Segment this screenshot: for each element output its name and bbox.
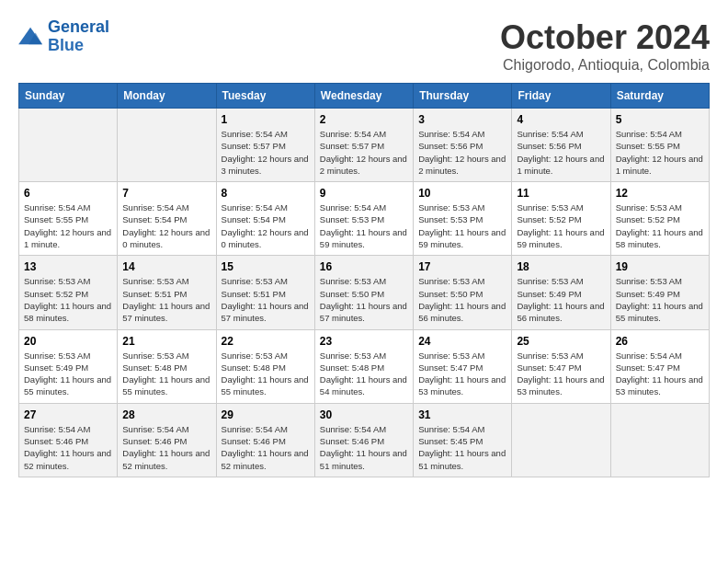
week-row-5: 27Sunrise: 5:54 AMSunset: 5:46 PMDayligh… — [19, 403, 710, 477]
calendar-cell: 4Sunrise: 5:54 AMSunset: 5:56 PMDaylight… — [512, 109, 610, 182]
day-info: Sunrise: 5:53 AMSunset: 5:48 PMDaylight:… — [122, 350, 210, 398]
day-number: 17 — [418, 260, 506, 273]
day-info: Sunrise: 5:54 AMSunset: 5:57 PMDaylight:… — [320, 128, 408, 177]
day-number: 11 — [517, 187, 605, 200]
day-info: Sunrise: 5:54 AMSunset: 5:57 PMDaylight:… — [222, 128, 310, 177]
day-info: Sunrise: 5:53 AMSunset: 5:49 PMDaylight:… — [616, 275, 704, 324]
day-number: 6 — [24, 187, 112, 200]
day-info: Sunrise: 5:54 AMSunset: 5:55 PMDaylight:… — [616, 128, 704, 177]
day-number: 14 — [122, 260, 210, 273]
day-info: Sunrise: 5:54 AMSunset: 5:53 PMDaylight:… — [320, 201, 408, 250]
calendar-cell: 28Sunrise: 5:54 AMSunset: 5:46 PMDayligh… — [118, 403, 216, 477]
calendar-cell — [118, 109, 216, 182]
day-info: Sunrise: 5:53 AMSunset: 5:49 PMDaylight:… — [517, 275, 605, 324]
day-info: Sunrise: 5:54 AMSunset: 5:55 PMDaylight:… — [24, 201, 112, 250]
day-info: Sunrise: 5:54 AMSunset: 5:54 PMDaylight:… — [122, 201, 210, 250]
header-cell-tuesday: Tuesday — [216, 84, 314, 109]
header-cell-friday: Friday — [512, 84, 610, 109]
week-row-2: 6Sunrise: 5:54 AMSunset: 5:55 PMDaylight… — [19, 182, 710, 256]
calendar-table: SundayMondayTuesdayWednesdayThursdayFrid… — [18, 83, 710, 477]
day-info: Sunrise: 5:53 AMSunset: 5:53 PMDaylight:… — [418, 201, 506, 250]
day-info: Sunrise: 5:53 AMSunset: 5:52 PMDaylight:… — [24, 275, 112, 324]
calendar-header: SundayMondayTuesdayWednesdayThursdayFrid… — [19, 84, 710, 109]
day-number: 18 — [517, 260, 605, 273]
calendar-body: 1Sunrise: 5:54 AMSunset: 5:57 PMDaylight… — [19, 109, 710, 477]
day-number: 15 — [222, 260, 310, 273]
calendar-cell: 2Sunrise: 5:54 AMSunset: 5:57 PMDaylight… — [314, 109, 413, 182]
day-info: Sunrise: 5:54 AMSunset: 5:45 PMDaylight:… — [418, 423, 506, 472]
calendar-cell: 31Sunrise: 5:54 AMSunset: 5:45 PMDayligh… — [414, 403, 512, 477]
day-number: 26 — [616, 335, 704, 348]
calendar-cell: 8Sunrise: 5:54 AMSunset: 5:54 PMDaylight… — [216, 182, 314, 256]
week-row-1: 1Sunrise: 5:54 AMSunset: 5:57 PMDaylight… — [19, 109, 710, 182]
day-info: Sunrise: 5:53 AMSunset: 5:51 PMDaylight:… — [122, 275, 210, 324]
header-row: SundayMondayTuesdayWednesdayThursdayFrid… — [19, 84, 710, 109]
day-number: 5 — [616, 113, 704, 126]
day-info: Sunrise: 5:54 AMSunset: 5:56 PMDaylight:… — [517, 128, 605, 177]
logo: General Blue — [18, 18, 109, 55]
logo-icon — [18, 26, 44, 48]
calendar-cell: 30Sunrise: 5:54 AMSunset: 5:46 PMDayligh… — [314, 403, 413, 477]
day-number: 31 — [418, 408, 506, 421]
header-cell-thursday: Thursday — [414, 84, 512, 109]
calendar-cell: 24Sunrise: 5:53 AMSunset: 5:47 PMDayligh… — [414, 329, 512, 403]
day-number: 27 — [24, 408, 112, 421]
day-number: 30 — [320, 408, 408, 421]
day-number: 20 — [24, 335, 112, 348]
day-number: 16 — [320, 260, 408, 273]
calendar-cell: 16Sunrise: 5:53 AMSunset: 5:50 PMDayligh… — [314, 256, 413, 329]
week-row-4: 20Sunrise: 5:53 AMSunset: 5:49 PMDayligh… — [19, 329, 710, 403]
day-number: 10 — [418, 187, 506, 200]
calendar-cell: 6Sunrise: 5:54 AMSunset: 5:55 PMDaylight… — [19, 182, 118, 256]
calendar-cell: 18Sunrise: 5:53 AMSunset: 5:49 PMDayligh… — [512, 256, 610, 329]
day-info: Sunrise: 5:53 AMSunset: 5:52 PMDaylight:… — [517, 201, 605, 250]
day-info: Sunrise: 5:54 AMSunset: 5:46 PMDaylight:… — [320, 423, 408, 472]
page-header: General Blue October 2024 Chigorodo, Ant… — [18, 18, 710, 74]
header-cell-wednesday: Wednesday — [314, 84, 413, 109]
day-number: 9 — [320, 187, 408, 200]
calendar-cell: 7Sunrise: 5:54 AMSunset: 5:54 PMDaylight… — [118, 182, 216, 256]
day-info: Sunrise: 5:53 AMSunset: 5:48 PMDaylight:… — [320, 350, 408, 398]
calendar-cell: 23Sunrise: 5:53 AMSunset: 5:48 PMDayligh… — [314, 329, 413, 403]
calendar-cell: 22Sunrise: 5:53 AMSunset: 5:48 PMDayligh… — [216, 329, 314, 403]
day-number: 3 — [418, 113, 506, 126]
day-info: Sunrise: 5:53 AMSunset: 5:52 PMDaylight:… — [616, 201, 704, 250]
day-info: Sunrise: 5:53 AMSunset: 5:51 PMDaylight:… — [222, 275, 310, 324]
day-info: Sunrise: 5:53 AMSunset: 5:49 PMDaylight:… — [24, 350, 112, 398]
day-info: Sunrise: 5:53 AMSunset: 5:50 PMDaylight:… — [418, 275, 506, 324]
calendar-cell: 19Sunrise: 5:53 AMSunset: 5:49 PMDayligh… — [610, 256, 709, 329]
calendar-cell: 27Sunrise: 5:54 AMSunset: 5:46 PMDayligh… — [19, 403, 118, 477]
title-block: October 2024 Chigorodo, Antioquia, Colom… — [500, 18, 710, 74]
day-number: 29 — [222, 408, 310, 421]
day-number: 12 — [616, 187, 704, 200]
calendar-cell: 12Sunrise: 5:53 AMSunset: 5:52 PMDayligh… — [610, 182, 709, 256]
logo-text: General Blue — [48, 18, 109, 55]
day-info: Sunrise: 5:54 AMSunset: 5:46 PMDaylight:… — [122, 423, 210, 472]
day-info: Sunrise: 5:54 AMSunset: 5:56 PMDaylight:… — [418, 128, 506, 177]
calendar-cell: 9Sunrise: 5:54 AMSunset: 5:53 PMDaylight… — [314, 182, 413, 256]
day-number: 24 — [418, 335, 506, 348]
day-number: 19 — [616, 260, 704, 273]
day-number: 22 — [222, 335, 310, 348]
calendar-cell: 3Sunrise: 5:54 AMSunset: 5:56 PMDaylight… — [414, 109, 512, 182]
day-number: 2 — [320, 113, 408, 126]
day-number: 8 — [222, 187, 310, 200]
day-info: Sunrise: 5:53 AMSunset: 5:47 PMDaylight:… — [418, 350, 506, 398]
day-number: 1 — [222, 113, 310, 126]
calendar-cell: 5Sunrise: 5:54 AMSunset: 5:55 PMDaylight… — [610, 109, 709, 182]
week-row-3: 13Sunrise: 5:53 AMSunset: 5:52 PMDayligh… — [19, 256, 710, 329]
calendar-cell: 20Sunrise: 5:53 AMSunset: 5:49 PMDayligh… — [19, 329, 118, 403]
header-cell-saturday: Saturday — [610, 84, 709, 109]
day-info: Sunrise: 5:54 AMSunset: 5:47 PMDaylight:… — [616, 350, 704, 398]
day-info: Sunrise: 5:53 AMSunset: 5:48 PMDaylight:… — [222, 350, 310, 398]
calendar-cell: 10Sunrise: 5:53 AMSunset: 5:53 PMDayligh… — [414, 182, 512, 256]
calendar-cell: 13Sunrise: 5:53 AMSunset: 5:52 PMDayligh… — [19, 256, 118, 329]
calendar-cell: 11Sunrise: 5:53 AMSunset: 5:52 PMDayligh… — [512, 182, 610, 256]
calendar-cell — [610, 403, 709, 477]
calendar-cell — [512, 403, 610, 477]
calendar-cell: 17Sunrise: 5:53 AMSunset: 5:50 PMDayligh… — [414, 256, 512, 329]
calendar-cell: 15Sunrise: 5:53 AMSunset: 5:51 PMDayligh… — [216, 256, 314, 329]
day-number: 23 — [320, 335, 408, 348]
month-title: October 2024 — [500, 18, 710, 57]
day-number: 4 — [517, 113, 605, 126]
